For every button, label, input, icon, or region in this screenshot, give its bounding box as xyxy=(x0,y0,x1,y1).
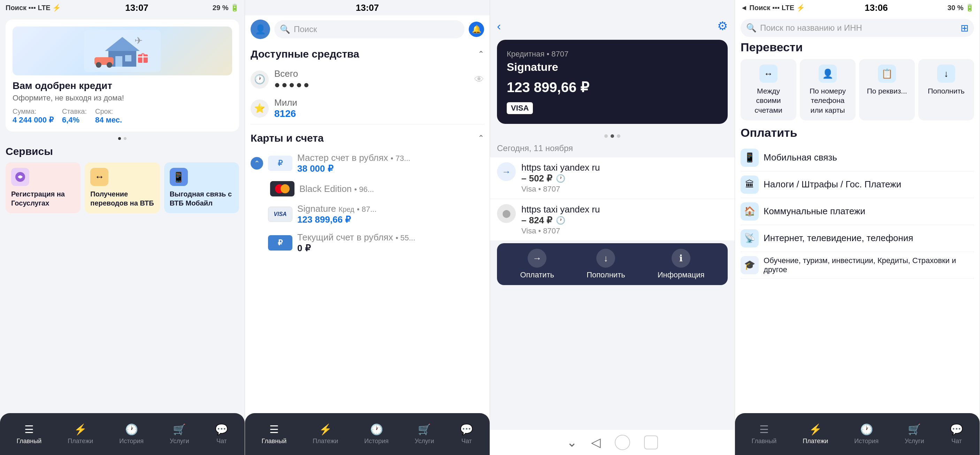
trans-amount-2: – 824 ₽ xyxy=(521,215,552,226)
signature-info: Signature Кред • 87... 123 899,66 ₽ xyxy=(297,203,484,225)
nav-services-label-1: Услуги xyxy=(170,437,189,445)
nav-home-circle[interactable] xyxy=(615,435,630,450)
cards-toggle[interactable]: ⌃ xyxy=(478,134,484,143)
master-account-value: 38 000 ₽ xyxy=(297,163,484,174)
signature-value: 123 899,66 ₽ xyxy=(297,214,484,225)
transaction-1[interactable]: → https taxi yandex ru – 502 ₽ 🕐 Visa • … xyxy=(490,157,735,198)
nav-services-2[interactable]: 🛒 Услуги xyxy=(415,423,434,445)
search-placeholder-4: Поиск по названию и ИНН xyxy=(760,23,957,33)
trans-info-2: https taxi yandex ru – 824 ₽ 🕐 Visa • 87… xyxy=(521,204,728,236)
service-transfer[interactable]: ↔ Получение переводов на ВТБ xyxy=(85,162,160,213)
trans-name-1: https taxi yandex ru xyxy=(521,162,728,173)
card-current-rub[interactable]: ₽ Текущий счет в рублях • 55... 0 ₽ xyxy=(251,228,484,257)
black-edition-name: Black Edition • 96... xyxy=(299,184,484,194)
services-title: Сервисы xyxy=(6,145,239,157)
service-vtb-mobile[interactable]: 📱 Выгодная связь с ВТБ Мобайл xyxy=(164,162,239,213)
payments-icon-1: ⚡ xyxy=(74,423,87,436)
black-edition-label: Black Edition xyxy=(299,184,352,194)
transfer-own-label: Между своими счетами xyxy=(746,86,791,115)
qr-icon[interactable]: ⊞ xyxy=(961,22,969,34)
services-grid: Регистрация на Госуслугах ↔ Получение пе… xyxy=(6,162,239,213)
fund-total[interactable]: 🕐 Всего ●●●●● 👁 xyxy=(251,65,484,94)
promo-rate: Ставка: 6,4% xyxy=(62,107,87,125)
notification-icon[interactable]: 🔔 xyxy=(469,22,484,37)
dots-indicator xyxy=(6,137,239,140)
screen2-content: Доступные средства ⌃ 🕐 Всего ●●●●● 👁 ⭐ М… xyxy=(245,42,490,413)
nav-payments-2[interactable]: ⚡ Платежи xyxy=(313,423,338,445)
nav-chat-label-2: Чат xyxy=(461,437,472,445)
promo-subtitle: Оформите, не выходя из дома! xyxy=(13,94,232,102)
available-funds-toggle[interactable]: ⌃ xyxy=(478,49,484,59)
pay-utilities[interactable]: 🏠 Коммунальные платежи xyxy=(741,198,974,225)
current-rub-num: • 55... xyxy=(396,233,415,242)
screen1-content: ✈ Вам одобрен кредит Оформите, не выходя… xyxy=(0,15,245,413)
action-pay[interactable]: → Оплатить xyxy=(520,249,554,279)
nav-history-2[interactable]: 🕐 История xyxy=(364,423,388,445)
back-button[interactable]: ‹ xyxy=(497,19,501,33)
signature-name: Signature Кред • 87... xyxy=(297,203,484,214)
nav-home-4[interactable]: ☰ Главный xyxy=(752,423,777,445)
nav-home-1[interactable]: ☰ Главный xyxy=(17,423,42,445)
nav-payments-4[interactable]: ⚡ Платежи xyxy=(803,423,828,445)
service-gosuslugi[interactable]: Регистрация на Госуслугах xyxy=(6,162,81,213)
nav-history-4[interactable]: 🕐 История xyxy=(854,423,878,445)
nav-home-label-2: Главный xyxy=(262,437,287,445)
eye-icon[interactable]: 👁 xyxy=(474,73,484,85)
transfer-section: Перевести ↔ Между своими счетами 👤 По но… xyxy=(741,40,974,120)
nav-recents-square[interactable] xyxy=(644,436,658,449)
expand-icon[interactable]: ⌃ xyxy=(251,157,263,169)
action-info[interactable]: ℹ Информация xyxy=(658,249,705,279)
screen3-spacer xyxy=(490,287,735,430)
nav-history-label-2: История xyxy=(364,437,388,445)
nav-services-1[interactable]: 🛒 Услуги xyxy=(170,423,189,445)
topup-icon: ↓ xyxy=(596,249,615,268)
gear-icon[interactable]: ⚙ xyxy=(717,19,728,33)
card-signature[interactable]: VISA Signature Кред • 87... 123 899,66 ₽ xyxy=(251,200,484,228)
transfer-phone-icon: 👤 xyxy=(819,65,837,83)
status-left-1: Поиск ▪▪▪ LTE ⚡ xyxy=(6,3,61,12)
nav-chat-4[interactable]: 💬 Чат xyxy=(950,423,963,445)
transfer-details[interactable]: 📋 По реквиз... xyxy=(859,59,915,120)
service-vtb-mobile-label: Выгодная связь с ВТБ Мобайл xyxy=(170,190,234,208)
card-black-edition[interactable]: Black Edition • 96... xyxy=(251,177,484,200)
status-left-4: ◄ Поиск ▪▪▪ LTE ⚡ xyxy=(741,3,805,12)
chat-icon-1: 💬 xyxy=(215,423,228,436)
card-dot-3 xyxy=(617,134,620,138)
services-icon-2: 🛒 xyxy=(418,423,431,436)
service-gosuslugi-label: Регистрация на Госуслугах xyxy=(11,190,75,208)
nav-chat-2[interactable]: 💬 Чат xyxy=(460,423,473,445)
promo-rate-value: 6,4% xyxy=(62,115,80,124)
nav-chat-1[interactable]: 💬 Чат xyxy=(215,423,228,445)
transaction-2[interactable]: ⬤ https taxi yandex ru – 824 ₽ 🕐 Visa • … xyxy=(490,199,735,240)
card-master-account[interactable]: ⌃ ₽ Мастер счет в рублях • 73... 38 000 … xyxy=(251,149,484,177)
nav-back-arrow[interactable]: ◁ xyxy=(591,435,601,450)
master-account-num: • 73... xyxy=(391,154,410,163)
screen-1: Поиск ▪▪▪ LTE ⚡ 13:07 29 % 🔋 xyxy=(0,0,245,455)
promo-term-label: Срок: xyxy=(95,107,122,115)
pay-mobile[interactable]: 📱 Мобильная связь xyxy=(741,144,974,171)
fund-miles-value: 8126 xyxy=(274,108,484,119)
transfer-topup[interactable]: ↓ Пополнить xyxy=(918,59,974,120)
cards-header: Карты и счета ⌃ xyxy=(251,126,484,149)
pay-taxes[interactable]: 🏛 Налоги / Штрафы / Гос. Платежи xyxy=(741,171,974,198)
pay-other[interactable]: 🎓 Обучение, туризм, инвестиции, Кредиты,… xyxy=(741,252,974,279)
promo-card[interactable]: ✈ Вам одобрен кредит Оформите, не выходя… xyxy=(6,19,239,131)
fund-miles[interactable]: ⭐ Мили 8126 xyxy=(251,94,484,123)
avatar[interactable]: 👤 xyxy=(251,19,270,39)
fund-total-name: Всего xyxy=(274,69,469,79)
transfer-own[interactable]: ↔ Между своими счетами xyxy=(741,59,796,120)
nav-payments-1[interactable]: ⚡ Платежи xyxy=(68,423,93,445)
pay-internet[interactable]: 📡 Интернет, телевидение, телефония xyxy=(741,225,974,252)
trans-name-2: https taxi yandex ru xyxy=(521,204,728,215)
transfer-phone[interactable]: 👤 По номеру телефона или карты xyxy=(800,59,856,120)
nav-home-2[interactable]: ☰ Главный xyxy=(262,423,287,445)
svg-text:✈: ✈ xyxy=(135,35,143,46)
nav-services-4[interactable]: 🛒 Услуги xyxy=(905,423,924,445)
search-bar-4[interactable]: 🔍 Поиск по названию и ИНН ⊞ xyxy=(741,19,974,37)
search-bar-2[interactable]: 🔍 Поиск xyxy=(274,20,465,38)
pay-utilities-icon: 🏠 xyxy=(741,203,759,220)
chat-icon-4: 💬 xyxy=(950,423,963,436)
nav-history-1[interactable]: 🕐 История xyxy=(119,423,143,445)
action-topup[interactable]: ↓ Пополнить xyxy=(587,249,625,279)
cards-title: Карты и счета xyxy=(251,132,324,144)
